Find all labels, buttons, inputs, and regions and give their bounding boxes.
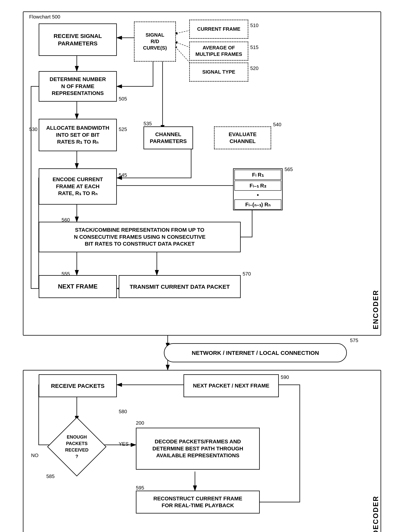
page: ENCODER <box>12 0 392 532</box>
fi1-r2: Fᵢ₋₁ R₂ <box>234 180 281 191</box>
next-packet-frame-node: NEXT PACKET / NEXT FRAME <box>183 374 279 397</box>
label-590: 590 <box>281 374 289 380</box>
transmit-packet-node: TRANSMIT CURRENT DATA PACKET <box>119 275 241 298</box>
allocate-bw-node: ALLOCATE BANDWIDTH INTO SET OF BIT RATES… <box>39 119 117 151</box>
evaluate-ch-node: EVALUATE CHANNEL <box>214 126 271 149</box>
current-frame-node: CURRENT FRAME <box>189 20 248 39</box>
signal-rd-node: SIGNAL R/D CURVE(S) <box>134 22 176 62</box>
reconstruct-node: RECONSTRUCT CURRENT FRAME FOR REAL-TIME … <box>136 491 260 513</box>
label-515: 515 <box>250 45 259 50</box>
label-585: 585 <box>46 474 55 479</box>
label-575: 575 <box>350 338 358 343</box>
signal-type-node: SIGNAL TYPE <box>189 63 248 82</box>
receive-packets-node: RECEIVE PACKETS <box>39 374 117 397</box>
label-530: 530 <box>29 126 37 132</box>
decoder-label: DECODER <box>371 494 381 532</box>
encode-frame-node: ENCODE CURRENT FRAME AT EACH RATE, R₁ TO… <box>39 168 117 205</box>
network-node: NETWORK / INTERNET / LOCAL CONNECTION <box>164 343 347 362</box>
frames-stack-node: Fᵢ R₁ Fᵢ₋₁ R₂ • Fᵢ₋(ₙ₋₁) Rₙ <box>233 168 283 210</box>
fi-r1: Fᵢ R₁ <box>234 170 281 180</box>
avg-frames-node: AVERAGE OF MULTIPLE FRAMES <box>189 42 248 61</box>
encoder-box: ENCODER <box>23 12 381 336</box>
channel-params-node: CHANNEL PARAMETERS <box>144 126 193 149</box>
label-505: 505 <box>119 96 127 102</box>
label-200: 200 <box>136 420 144 426</box>
label-525: 525 <box>119 126 127 132</box>
label-540: 540 <box>273 122 281 128</box>
label-500: Flowchart 500 <box>29 14 60 20</box>
label-565: 565 <box>284 167 293 172</box>
label-595: 595 <box>136 485 144 491</box>
fi-rn: Fᵢ₋(ₙ₋₁) Rₙ <box>234 199 281 210</box>
yes-label: YES <box>119 441 129 447</box>
no-label: NO <box>31 453 38 458</box>
encoder-label: ENCODER <box>371 288 381 331</box>
label-520: 520 <box>250 65 259 71</box>
label-580: 580 <box>119 409 127 415</box>
label-535: 535 <box>144 121 152 127</box>
receive-signal-node: RECEIVE SIGNAL PARAMETERS <box>39 23 117 56</box>
decoder-box: DECODER RECEIVE <box>23 370 381 532</box>
determine-n-node: DETERMINE NUMBER N OF FRAME REPRESENTATI… <box>39 71 117 102</box>
label-510: 510 <box>250 23 259 28</box>
decode-packets-node: DECODE PACKETS/FRAMES AND DETERMINE BEST… <box>136 428 260 470</box>
stack-combine-node: STACK/COMBINE REPRESENTATION FROM UP TO … <box>39 222 241 252</box>
stack-dots: • <box>234 192 282 199</box>
label-560: 560 <box>62 217 70 223</box>
label-545: 545 <box>119 172 127 178</box>
label-555: 555 <box>62 271 70 277</box>
enough-packets-node: ENOUGH PACKETS RECEIVED ? <box>35 422 119 472</box>
next-frame-node: NEXT FRAME <box>39 275 117 298</box>
label-570: 570 <box>243 271 251 277</box>
enough-packets-text: ENOUGH PACKETS RECEIVED ? <box>65 434 88 460</box>
